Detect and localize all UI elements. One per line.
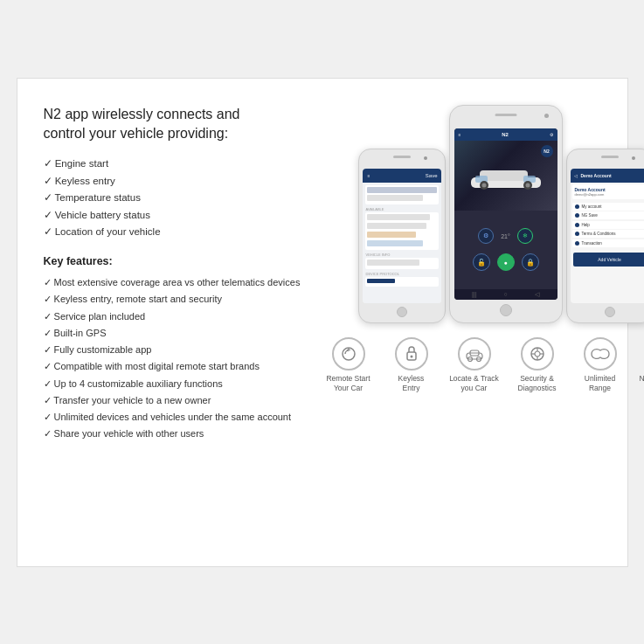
svg-point-6 xyxy=(481,184,486,188)
svg-point-11 xyxy=(410,355,412,357)
phone-left-cam xyxy=(424,156,427,160)
svg-point-8 xyxy=(525,184,530,188)
coverage-label: North AmericaCoverage xyxy=(640,374,644,393)
keyless-icon xyxy=(395,337,428,370)
feature-temperature: Temperature status xyxy=(44,190,315,207)
icon-keyless: KeylessEntry xyxy=(386,337,437,393)
phones-group: ≡ Save AVAILABLE xyxy=(358,105,645,323)
kf-gps: Built-in GPS xyxy=(44,325,315,342)
headline-text: N2 app wirelessly connects andcontrol yo… xyxy=(44,105,315,144)
kf-transfer: Transfer your vehicle to a new owner xyxy=(44,392,315,409)
product-card: N2 app wirelessly connects andcontrol yo… xyxy=(17,78,628,567)
kf-coverage: Most extensive coverage area vs other te… xyxy=(44,274,315,291)
kf-unlimited: Unlimited devices and vehicles under the… xyxy=(44,409,315,426)
phone-center: ≡ N2 ⚙ xyxy=(449,105,563,323)
kf-auxiliary: Up to 4 customizable auxiliary functions xyxy=(44,376,315,392)
locate-icon xyxy=(458,337,491,370)
phone-right-speaker xyxy=(601,156,619,158)
kf-keyless: Keyless entry, remote start and security xyxy=(44,291,315,308)
phone-right-cam xyxy=(632,156,635,160)
phone-right-screen: ◁ Demo Account Demo Account demo@n2app.c… xyxy=(571,169,645,303)
locate-label: Locate & Trackyou Car xyxy=(449,374,499,393)
phone-center-home xyxy=(500,304,512,316)
phone-left-screen: ≡ Save AVAILABLE xyxy=(363,169,441,303)
icon-remote-start: Remote Start Your Car xyxy=(323,337,374,393)
key-features-list: Most extensive coverage area vs other te… xyxy=(44,274,315,443)
phone-left-home xyxy=(397,307,407,317)
phone-right-home xyxy=(605,307,615,317)
page-background: N2 app wirelessly connects andcontrol yo… xyxy=(0,0,644,644)
basic-features-list: Engine start Keyless entry Temperature s… xyxy=(44,156,315,241)
remote-start-icon xyxy=(332,337,365,370)
feature-engine-start: Engine start xyxy=(44,156,315,173)
keyless-label: KeylessEntry xyxy=(398,374,425,393)
phone-center-cam xyxy=(544,114,549,118)
kf-compatible: Compatible with most digital remote star… xyxy=(44,358,315,375)
security-icon xyxy=(521,337,554,370)
kf-custom-app: Fully customizable app xyxy=(44,342,315,358)
phone-left: ≡ Save AVAILABLE xyxy=(358,149,446,323)
right-panel: ≡ Save AVAILABLE xyxy=(323,105,645,549)
icon-range: UnlimitedRange xyxy=(575,337,626,393)
feature-battery: Vehicle battery status xyxy=(44,207,315,225)
phone-left-speaker xyxy=(393,156,411,158)
phone-right: ◁ Demo Account Demo Account demo@n2app.c… xyxy=(566,149,645,323)
range-icon xyxy=(584,337,617,370)
range-label: UnlimitedRange xyxy=(585,374,615,393)
kf-share: Share your vehicle with other users xyxy=(44,426,315,442)
key-features-title: Key features: xyxy=(44,255,315,267)
remote-start-label: Remote Start Your Car xyxy=(323,374,374,393)
feature-icons-row: Remote Start Your Car KeylessEntry xyxy=(323,337,645,393)
feature-location: Location of your vehicle xyxy=(44,224,315,241)
feature-keyless-entry: Keyless entry xyxy=(44,173,315,190)
phone-center-speaker xyxy=(495,114,516,116)
icon-coverage: North AmericaCoverage xyxy=(638,337,645,393)
left-panel: N2 app wirelessly connects andcontrol yo… xyxy=(44,105,315,549)
svg-point-17 xyxy=(535,351,540,357)
icon-security: Security &Diagnostics xyxy=(512,337,563,393)
kf-service: Service plan included xyxy=(44,308,315,325)
security-label: Security &Diagnostics xyxy=(518,374,557,393)
icon-locate: Locate & Trackyou Car xyxy=(449,337,500,393)
phone-center-screen: ≡ N2 ⚙ xyxy=(454,128,557,300)
